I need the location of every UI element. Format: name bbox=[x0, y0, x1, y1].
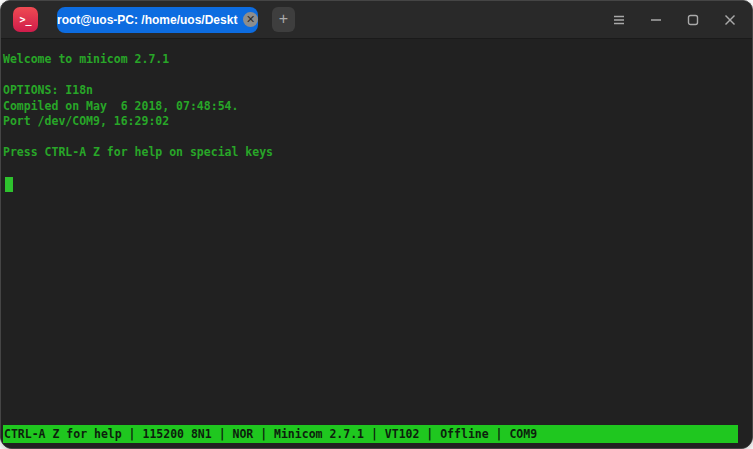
terminal-line: Press CTRL-A Z for help on special keys bbox=[3, 145, 752, 161]
terminal-line bbox=[3, 130, 752, 146]
close-icon bbox=[724, 14, 736, 26]
minimize-icon bbox=[650, 14, 662, 26]
terminal-line: OPTIONS: I18n bbox=[3, 83, 752, 99]
terminal-line: Port /dev/COM9, 16:29:02 bbox=[3, 114, 752, 130]
minicom-status-bar: CTRL-A Z for help | 115200 8N1 | NOR | M… bbox=[3, 425, 738, 443]
terminal-window: >_ root@uos-PC: /home/uos/Desktop ✕ + bbox=[0, 0, 753, 449]
terminal-line bbox=[3, 161, 752, 177]
tab-terminal-session[interactable]: root@uos-PC: /home/uos/Desktop ✕ bbox=[57, 7, 258, 33]
minimize-button[interactable] bbox=[637, 1, 674, 39]
terminal-line: Compiled on May 6 2018, 07:48:54. bbox=[3, 99, 752, 115]
tab-title: root@uos-PC: /home/uos/Desktop bbox=[57, 13, 238, 27]
terminal-cursor bbox=[5, 177, 13, 192]
menu-button[interactable] bbox=[600, 1, 637, 39]
titlebar: >_ root@uos-PC: /home/uos/Desktop ✕ + bbox=[1, 1, 752, 39]
new-tab-button[interactable]: + bbox=[272, 7, 295, 32]
maximize-button[interactable] bbox=[674, 1, 711, 39]
terminal-line: Welcome to minicom 2.7.1 bbox=[3, 52, 752, 68]
hamburger-menu-icon bbox=[613, 15, 625, 25]
maximize-icon bbox=[687, 14, 699, 26]
tab-close-icon[interactable]: ✕ bbox=[243, 12, 258, 27]
close-button[interactable] bbox=[711, 1, 748, 39]
window-controls bbox=[600, 1, 752, 39]
terminal-output: Welcome to minicom 2.7.1 OPTIONS: I18n C… bbox=[1, 39, 752, 192]
terminal-line bbox=[3, 68, 752, 84]
terminal-screen[interactable]: Welcome to minicom 2.7.1 OPTIONS: I18n C… bbox=[1, 39, 752, 448]
terminal-app-icon: >_ bbox=[13, 7, 38, 32]
